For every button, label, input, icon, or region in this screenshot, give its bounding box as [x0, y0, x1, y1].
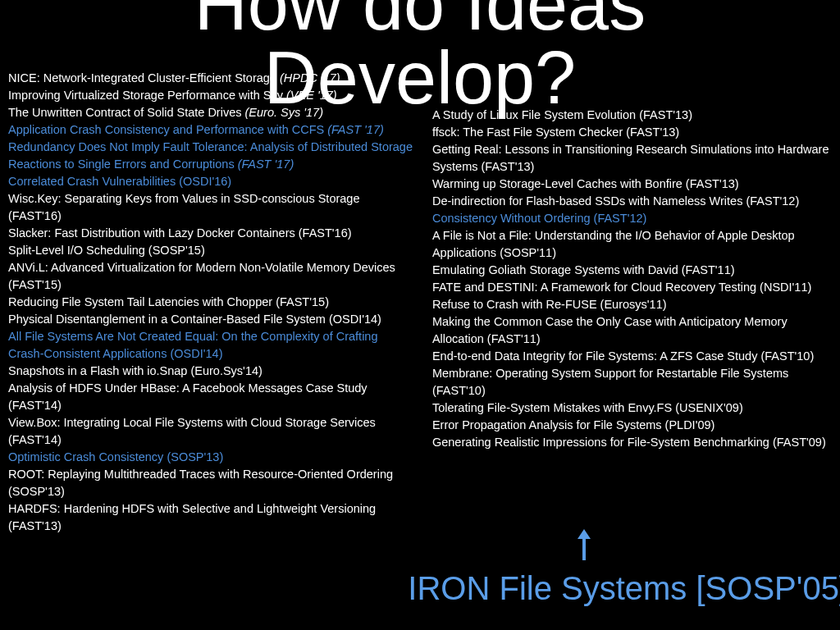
- paper-entry: Optimistic Crash Consistency (SOSP'13): [8, 449, 416, 466]
- paper-entry: Getting Real: Lessons in Transitioning R…: [432, 141, 832, 176]
- paper-entry: Error Propagation Analysis for File Syst…: [432, 417, 832, 434]
- paper-entry: End-to-end Data Integrity for File Syste…: [432, 348, 832, 365]
- paper-entry: NICE: Network-Integrated Cluster-Efficie…: [8, 70, 416, 87]
- paper-entry: Generating Realistic Impressions for Fil…: [432, 434, 832, 451]
- paper-entry: View.Box: Integrating Local File Systems…: [8, 414, 416, 449]
- paper-entry: De-indirection for Flash-based SSDs with…: [432, 193, 832, 210]
- paper-entry: Making the Common Case the Only Case wit…: [432, 313, 832, 348]
- paper-entry: Correlated Crash Vulnerabilities (OSDI'1…: [8, 173, 416, 190]
- paper-entry: A Study of Linux File System Evolution (…: [432, 107, 832, 124]
- paper-entry: Wisc.Key: Separating Keys from Values in…: [8, 190, 416, 225]
- paper-entry: Tolerating File-System Mistakes with Env…: [432, 399, 832, 417]
- paper-entry: FATE and DESTINI: A Framework for Cloud …: [432, 279, 832, 296]
- paper-entry: Consistency Without Ordering (FAST'12): [432, 210, 832, 227]
- paper-entry: The Unwritten Contract of Solid State Dr…: [8, 104, 416, 121]
- paper-entry: Improving Virtualized Storage Performanc…: [8, 87, 416, 104]
- content-columns: NICE: Network-Integrated Cluster-Efficie…: [0, 70, 840, 535]
- paper-entry: Redundancy Does Not Imply Fault Toleranc…: [8, 139, 416, 173]
- arrow-up-icon: [582, 537, 586, 560]
- paper-entry: Warming up Storage-Level Caches with Bon…: [432, 176, 832, 193]
- paper-entry: Physical Disentanglement in a Container-…: [8, 311, 416, 328]
- paper-entry: Emulating Goliath Storage Systems with D…: [432, 262, 832, 279]
- paper-entry: A File is Not a File: Understanding the …: [432, 227, 832, 262]
- paper-entry: Application Crash Consistency and Perfor…: [8, 121, 416, 139]
- paper-entry: Split-Level I/O Scheduling (SOSP'15): [8, 242, 416, 259]
- paper-entry: ffsck: The Fast File System Checker (FAS…: [432, 124, 832, 141]
- iron-label: IRON File Systems [SOSP'05]: [408, 570, 840, 607]
- paper-entry: Slacker: Fast Distribution with Lazy Doc…: [8, 225, 416, 242]
- paper-entry: HARDFS: Hardening HDFS with Selective an…: [8, 500, 416, 535]
- paper-entry: Membrane: Operating System Support for R…: [432, 365, 832, 399]
- left-column: NICE: Network-Integrated Cluster-Efficie…: [0, 70, 424, 535]
- paper-entry: Refuse to Crash with Re-FUSE (Eurosys'11…: [432, 296, 832, 313]
- right-column: A Study of Linux File System Evolution (…: [424, 70, 840, 535]
- paper-entry: Reducing File System Tail Latencies with…: [8, 294, 416, 311]
- paper-entry: Snapshots in a Flash with io.Snap (Euro.…: [8, 363, 416, 380]
- paper-entry: All File Systems Are Not Created Equal: …: [8, 328, 416, 363]
- paper-entry: ANVi.L: Advanced Virtualization for Mode…: [8, 259, 416, 294]
- paper-entry: ROOT: Replaying Multithreaded Traces wit…: [8, 466, 416, 500]
- paper-entry: Analysis of HDFS Under HBase: A Facebook…: [8, 380, 416, 414]
